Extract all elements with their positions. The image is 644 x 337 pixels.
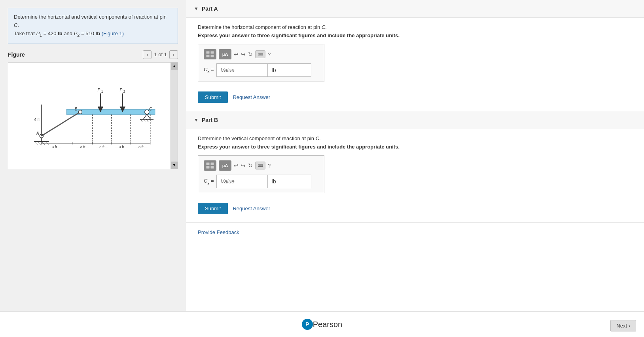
help-button-b[interactable]: ?	[268, 163, 271, 169]
figure-section: Figure ‹ 1 of 1 ›	[8, 50, 178, 304]
part-b-actions: Submit Request Answer	[198, 203, 632, 214]
part-a-input-row: Cx =	[204, 63, 318, 77]
pearson-logo-letter: P	[305, 321, 309, 327]
svg-text:A: A	[36, 131, 39, 135]
part-a-toolbar: μA ↩ ↪ ↻ ⌨ ?	[204, 49, 318, 59]
pearson-logo: P	[302, 319, 313, 330]
part-a-value-input[interactable]	[216, 63, 268, 77]
svg-line-42	[146, 119, 149, 122]
part-a-chevron: ▼	[194, 6, 199, 11]
mu-button-a[interactable]: μA	[219, 49, 231, 59]
svg-text:—3 ft—: —3 ft—	[48, 145, 61, 149]
svg-rect-49	[210, 162, 214, 165]
svg-line-11	[42, 112, 80, 136]
part-a-input-label: Cx =	[204, 67, 214, 74]
svg-rect-45	[210, 51, 214, 54]
keyboard-button-a[interactable]: ⌨	[255, 50, 265, 58]
part-a-submit-button[interactable]: Submit	[198, 91, 228, 103]
figure-title: Figure	[8, 51, 25, 58]
part-b-label: Part B	[202, 117, 218, 123]
matrix-button-b[interactable]	[204, 160, 216, 171]
part-b-input-row: Cy =	[204, 175, 318, 188]
part-a-content: Determine the horizontal component of re…	[186, 18, 644, 111]
part-a-unit-input[interactable]	[268, 63, 311, 77]
mu-button-b[interactable]: μA	[219, 160, 231, 171]
undo-button-a[interactable]: ↩	[234, 51, 239, 57]
svg-text:P: P	[98, 88, 100, 92]
svg-line-41	[143, 119, 146, 122]
part-b-header[interactable]: ▼ Part B	[186, 111, 644, 129]
svg-marker-38	[143, 114, 151, 119]
svg-point-36	[145, 110, 149, 114]
part-b-toolbar: μA ↩ ↪ ↻ ⌨ ?	[204, 160, 318, 171]
problem-text: Determine the horizontal and vertical co…	[14, 14, 167, 36]
feedback-section: Provide Feedback	[186, 223, 644, 242]
figure-nav: ‹ 1 of 1 ›	[143, 50, 178, 59]
help-button-a[interactable]: ?	[268, 51, 271, 57]
part-b-submit-button[interactable]: Submit	[198, 203, 228, 214]
svg-text:1: 1	[101, 89, 103, 93]
figure-pagination: 1 of 1	[154, 51, 167, 57]
svg-text:C: C	[149, 107, 152, 111]
part-a-request-link[interactable]: Request Answer	[233, 94, 270, 100]
footer-bar: P Pearson Next ›	[0, 311, 644, 337]
next-button[interactable]: Next ›	[610, 320, 636, 331]
svg-text:—3 ft—: —3 ft—	[135, 145, 148, 149]
part-b-note: Express your answer to three significant…	[198, 144, 632, 150]
scroll-up-button[interactable]: ▲	[171, 63, 178, 70]
figure-link[interactable]: (Figure 1)	[102, 30, 124, 36]
svg-text:B: B	[75, 107, 78, 111]
svg-text:—3 ft—: —3 ft—	[96, 145, 108, 149]
redo-button-a[interactable]: ↪	[241, 51, 246, 57]
pearson-brand-text: Pearson	[313, 320, 343, 329]
part-a-header[interactable]: ▼ Part A	[186, 0, 644, 18]
figure-prev-button[interactable]: ‹	[143, 50, 152, 59]
refresh-button-b[interactable]: ↻	[248, 162, 253, 169]
part-a-label: Part A	[202, 6, 218, 12]
svg-rect-46	[206, 55, 210, 57]
part-b-content: Determine the vertical component of reac…	[186, 129, 644, 222]
part-b-input-label: Cy =	[204, 178, 214, 185]
provide-feedback-link[interactable]: Provide Feedback	[198, 229, 239, 235]
keyboard-button-b[interactable]: ⌨	[255, 162, 265, 169]
figure-canvas: A 4 ft B	[8, 62, 178, 169]
svg-line-3	[38, 141, 42, 145]
part-a-desc: Determine the horizontal component of re…	[198, 24, 632, 30]
undo-button-b[interactable]: ↩	[234, 162, 239, 169]
svg-point-12	[78, 110, 82, 114]
matrix-button-a[interactable]	[204, 49, 216, 59]
part-b-unit-input[interactable]	[268, 175, 311, 188]
part-a-section: ▼ Part A Determine the horizontal compon…	[186, 0, 644, 111]
part-b-request-link[interactable]: Request Answer	[233, 206, 270, 211]
part-a-note: Express your answer to three significant…	[198, 32, 632, 38]
svg-line-40	[140, 119, 143, 122]
part-a-answer-box: μA ↩ ↪ ↻ ⌨ ? Cx =	[198, 44, 324, 82]
figure-svg: A 4 ft B	[8, 63, 170, 169]
svg-rect-50	[206, 166, 210, 169]
svg-line-2	[34, 141, 38, 145]
figure-next-button[interactable]: ›	[169, 50, 178, 59]
svg-text:2: 2	[123, 89, 125, 93]
part-b-desc: Determine the vertical component of reac…	[198, 135, 632, 141]
svg-rect-51	[210, 166, 214, 169]
scroll-down-button[interactable]: ▼	[171, 162, 178, 169]
part-b-chevron: ▼	[194, 117, 199, 123]
svg-rect-48	[206, 162, 210, 165]
svg-text:—3 ft—: —3 ft—	[76, 145, 89, 149]
part-a-actions: Submit Request Answer	[198, 91, 632, 103]
figure-scrollbar[interactable]: ▲ ▼	[170, 63, 178, 169]
svg-rect-47	[210, 55, 214, 57]
redo-button-b[interactable]: ↪	[241, 162, 246, 169]
problem-statement: Determine the horizontal and vertical co…	[8, 8, 178, 44]
svg-text:P: P	[119, 88, 122, 92]
svg-text:—3 ft—: —3 ft—	[115, 145, 128, 149]
svg-rect-44	[206, 51, 210, 54]
part-b-section: ▼ Part B Determine the vertical componen…	[186, 111, 644, 223]
svg-text:4 ft: 4 ft	[34, 117, 40, 122]
part-b-value-input[interactable]	[216, 175, 268, 188]
refresh-button-a[interactable]: ↻	[248, 51, 253, 57]
part-b-answer-box: μA ↩ ↪ ↻ ⌨ ? Cy =	[198, 155, 324, 193]
